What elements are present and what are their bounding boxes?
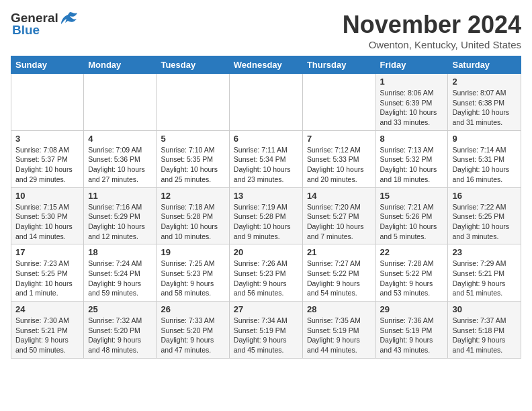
title-area: November 2024 Owenton, Kentucky, United … [343,11,521,50]
day-number: 5 [161,134,224,144]
day-number: 12 [161,191,224,201]
day-number: 26 [161,304,224,314]
calendar-day-cell: 5Sunrise: 7:10 AM Sunset: 5:35 PM Daylig… [157,130,229,187]
header: General Blue November 2024 Owenton, Kent… [11,11,521,50]
day-info: Sunrise: 7:15 AM Sunset: 5:30 PM Dayligh… [15,202,79,242]
day-info: Sunrise: 8:07 AM Sunset: 6:38 PM Dayligh… [452,88,517,128]
day-info: Sunrise: 7:11 AM Sunset: 5:34 PM Dayligh… [234,145,298,185]
calendar-day-cell: 30Sunrise: 7:37 AM Sunset: 5:18 PM Dayli… [448,302,521,359]
weekday-header: Sunday [11,56,84,74]
day-info: Sunrise: 8:06 AM Sunset: 6:39 PM Dayligh… [380,88,444,128]
calendar-week-row: 3Sunrise: 7:08 AM Sunset: 5:37 PM Daylig… [11,130,521,187]
day-number: 6 [234,134,298,144]
weekday-header: Friday [375,56,448,74]
logo-blue: Blue [12,23,40,38]
day-number: 30 [452,304,517,314]
day-info: Sunrise: 7:29 AM Sunset: 5:21 PM Dayligh… [452,259,517,298]
day-info: Sunrise: 7:20 AM Sunset: 5:27 PM Dayligh… [307,202,371,242]
day-number: 28 [307,304,371,314]
calendar-table: SundayMondayTuesdayWednesdayThursdayFrid… [11,56,521,359]
calendar-day-cell [157,74,229,131]
day-info: Sunrise: 7:27 AM Sunset: 5:22 PM Dayligh… [307,259,371,298]
calendar-day-cell: 18Sunrise: 7:24 AM Sunset: 5:24 PM Dayli… [84,244,157,302]
day-number: 29 [380,304,444,314]
day-info: Sunrise: 7:21 AM Sunset: 5:26 PM Dayligh… [380,202,444,242]
day-info: Sunrise: 7:23 AM Sunset: 5:25 PM Dayligh… [15,259,79,298]
day-number: 7 [307,134,371,144]
calendar-day-cell: 7Sunrise: 7:12 AM Sunset: 5:33 PM Daylig… [302,130,375,187]
day-info: Sunrise: 7:09 AM Sunset: 5:36 PM Dayligh… [88,145,152,185]
calendar-day-cell [229,74,302,131]
calendar-week-row: 24Sunrise: 7:30 AM Sunset: 5:21 PM Dayli… [11,302,521,359]
calendar-day-cell: 15Sunrise: 7:21 AM Sunset: 5:26 PM Dayli… [375,187,448,244]
weekday-header: Tuesday [157,56,229,74]
calendar-day-cell: 6Sunrise: 7:11 AM Sunset: 5:34 PM Daylig… [229,130,302,187]
calendar-week-row: 10Sunrise: 7:15 AM Sunset: 5:30 PM Dayli… [11,187,521,244]
calendar-day-cell: 2Sunrise: 8:07 AM Sunset: 6:38 PM Daylig… [448,74,521,131]
calendar-day-cell [302,74,375,131]
calendar-day-cell: 8Sunrise: 7:13 AM Sunset: 5:32 PM Daylig… [375,130,448,187]
day-info: Sunrise: 7:08 AM Sunset: 5:37 PM Dayligh… [15,145,79,185]
calendar-day-cell [11,74,84,131]
day-info: Sunrise: 7:33 AM Sunset: 5:20 PM Dayligh… [161,316,224,355]
day-info: Sunrise: 7:30 AM Sunset: 5:21 PM Dayligh… [15,316,79,355]
calendar-day-cell [84,74,157,131]
calendar-header-row: SundayMondayTuesdayWednesdayThursdayFrid… [11,56,521,74]
day-info: Sunrise: 7:32 AM Sunset: 5:20 PM Dayligh… [88,316,152,355]
day-info: Sunrise: 7:12 AM Sunset: 5:33 PM Dayligh… [307,145,371,185]
calendar-day-cell: 22Sunrise: 7:28 AM Sunset: 5:22 PM Dayli… [375,244,448,302]
calendar-day-cell: 27Sunrise: 7:34 AM Sunset: 5:19 PM Dayli… [229,302,302,359]
day-info: Sunrise: 7:19 AM Sunset: 5:28 PM Dayligh… [234,202,298,242]
logo: General Blue [11,11,80,38]
calendar-day-cell: 26Sunrise: 7:33 AM Sunset: 5:20 PM Dayli… [157,302,229,359]
day-number: 22 [380,247,444,257]
calendar-day-cell: 28Sunrise: 7:35 AM Sunset: 5:19 PM Dayli… [302,302,375,359]
weekday-header: Wednesday [229,56,302,74]
calendar-day-cell: 17Sunrise: 7:23 AM Sunset: 5:25 PM Dayli… [11,244,84,302]
weekday-header: Monday [84,56,157,74]
day-number: 21 [307,247,371,257]
day-info: Sunrise: 7:35 AM Sunset: 5:19 PM Dayligh… [307,316,371,355]
day-number: 2 [452,77,517,87]
calendar-day-cell: 1Sunrise: 8:06 AM Sunset: 6:39 PM Daylig… [375,74,448,131]
day-info: Sunrise: 7:10 AM Sunset: 5:35 PM Dayligh… [161,145,224,185]
day-number: 16 [452,191,517,201]
weekday-header: Saturday [448,56,521,74]
calendar-day-cell: 25Sunrise: 7:32 AM Sunset: 5:20 PM Dayli… [84,302,157,359]
location-title: Owenton, Kentucky, United States [343,39,521,50]
day-number: 19 [161,247,224,257]
logo-bird-icon [60,11,80,26]
day-number: 3 [15,134,79,144]
day-number: 24 [15,304,79,314]
day-number: 11 [88,191,152,201]
calendar-day-cell: 11Sunrise: 7:16 AM Sunset: 5:29 PM Dayli… [84,187,157,244]
day-number: 8 [380,134,444,144]
calendar-week-row: 1Sunrise: 8:06 AM Sunset: 6:39 PM Daylig… [11,74,521,131]
month-title: November 2024 [343,11,521,39]
calendar-day-cell: 9Sunrise: 7:14 AM Sunset: 5:31 PM Daylig… [448,130,521,187]
day-info: Sunrise: 7:25 AM Sunset: 5:23 PM Dayligh… [161,259,224,298]
day-number: 27 [234,304,298,314]
day-info: Sunrise: 7:37 AM Sunset: 5:18 PM Dayligh… [452,316,517,355]
day-number: 18 [88,247,152,257]
day-info: Sunrise: 7:26 AM Sunset: 5:23 PM Dayligh… [234,259,298,298]
day-number: 1 [380,77,444,87]
calendar-day-cell: 4Sunrise: 7:09 AM Sunset: 5:36 PM Daylig… [84,130,157,187]
calendar-day-cell: 23Sunrise: 7:29 AM Sunset: 5:21 PM Dayli… [448,244,521,302]
calendar-day-cell: 10Sunrise: 7:15 AM Sunset: 5:30 PM Dayli… [11,187,84,244]
calendar-week-row: 17Sunrise: 7:23 AM Sunset: 5:25 PM Dayli… [11,244,521,302]
day-info: Sunrise: 7:36 AM Sunset: 5:19 PM Dayligh… [380,316,444,355]
calendar-day-cell: 16Sunrise: 7:22 AM Sunset: 5:25 PM Dayli… [448,187,521,244]
day-info: Sunrise: 7:28 AM Sunset: 5:22 PM Dayligh… [380,259,444,298]
calendar-day-cell: 12Sunrise: 7:18 AM Sunset: 5:28 PM Dayli… [157,187,229,244]
calendar-day-cell: 19Sunrise: 7:25 AM Sunset: 5:23 PM Dayli… [157,244,229,302]
day-number: 10 [15,191,79,201]
day-number: 23 [452,247,517,257]
day-number: 9 [452,134,517,144]
day-number: 25 [88,304,152,314]
day-number: 17 [15,247,79,257]
calendar-day-cell: 29Sunrise: 7:36 AM Sunset: 5:19 PM Dayli… [375,302,448,359]
calendar-day-cell: 14Sunrise: 7:20 AM Sunset: 5:27 PM Dayli… [302,187,375,244]
day-number: 4 [88,134,152,144]
day-number: 14 [307,191,371,201]
